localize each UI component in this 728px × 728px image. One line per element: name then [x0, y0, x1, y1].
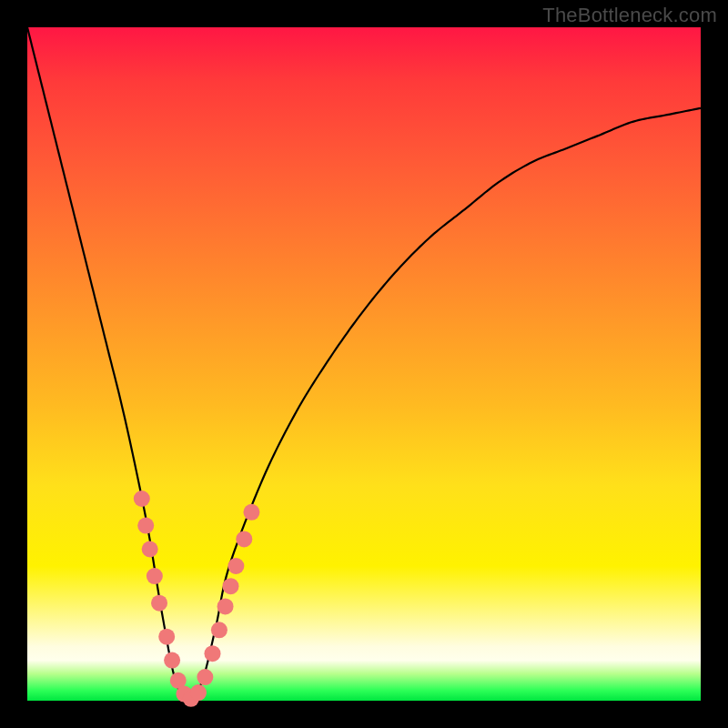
highlight-dots-group — [134, 490, 260, 707]
highlight-dot — [243, 504, 259, 521]
highlight-dot — [137, 518, 154, 534]
chart-frame: TheBottleneck.com — [0, 0, 728, 728]
bottleneck-curve-svg — [27, 27, 701, 701]
highlight-dot — [142, 541, 158, 558]
highlight-dot — [236, 531, 252, 547]
highlight-dot — [147, 568, 163, 584]
bottleneck-curve-path — [27, 27, 701, 701]
highlight-dot — [164, 652, 180, 669]
watermark-text: TheBottleneck.com — [542, 4, 717, 27]
highlight-dot — [151, 595, 167, 612]
highlight-dot — [211, 622, 228, 638]
highlight-dot — [190, 684, 207, 701]
highlight-dot — [158, 629, 175, 645]
highlight-dot — [205, 645, 221, 662]
highlight-dot — [134, 490, 150, 507]
plot-area — [27, 27, 701, 701]
highlight-dot — [197, 669, 213, 685]
highlight-dot — [222, 578, 238, 594]
highlight-dot — [228, 558, 244, 574]
highlight-dot — [217, 598, 234, 614]
